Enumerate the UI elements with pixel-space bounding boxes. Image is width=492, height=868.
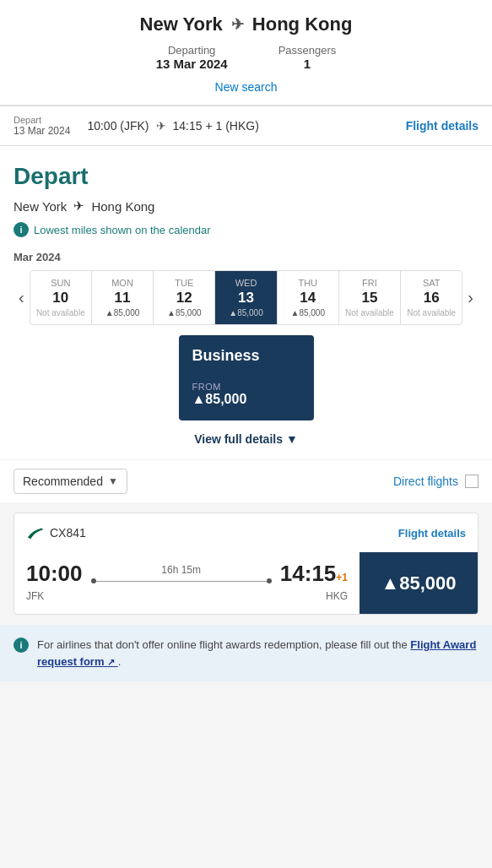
calendar-row: ‹ SUN 10 Not available MON 11 ▲85,000 TU…: [14, 270, 478, 325]
day-num-sat: 16: [404, 290, 458, 307]
calendar-day-sun[interactable]: SUN 10 Not available: [30, 271, 92, 324]
origin-label: New York: [140, 14, 223, 35]
header: New York ✈ Hong Kong Departing 13 Mar 20…: [0, 0, 492, 106]
day-num-sun: 10: [34, 290, 88, 307]
calendar-next-button[interactable]: ›: [462, 288, 478, 307]
calendar-prev-button[interactable]: ‹: [14, 288, 30, 307]
day-status-sat: Not available: [404, 308, 458, 317]
flight-duration: 16h 15m: [161, 564, 201, 576]
business-card-price: ▲85,000: [192, 392, 300, 407]
day-name-mon: MON: [95, 278, 149, 288]
calendar-day-thu[interactable]: THU 14 ▲85,000: [278, 271, 339, 324]
depart-plane-icon: ✈: [73, 198, 84, 214]
flight-times-row: 10:00 16h 15m 14:15+1: [26, 561, 348, 587]
day-num-fri: 15: [343, 290, 397, 307]
calendar-day-wed[interactable]: WED 13 ▲85,000: [215, 271, 277, 324]
info-footer: i For airlines that don't offer online f…: [0, 625, 492, 681]
flight-bar-details-link[interactable]: Flight details: [406, 119, 478, 133]
day-price-tue: ▲85,000: [157, 308, 211, 317]
flight-card-main: 10:00 16h 15m 14:15+1 JFK HKG: [14, 552, 478, 614]
flight-line-bar: [91, 578, 272, 583]
info-icon: i: [14, 222, 29, 237]
flight-price-box[interactable]: ▲85,000: [360, 552, 478, 614]
depart-airport: JFK: [26, 590, 77, 602]
day-price-thu: ▲85,000: [281, 308, 335, 317]
business-card-wrapper: Business FROM ▲85,000: [14, 325, 478, 420]
calendar-day-mon[interactable]: MON 11 ▲85,000: [92, 271, 154, 324]
sort-filter-bar: Recommended ▼ Direct flights: [0, 459, 492, 502]
arrive-airport: HKG: [221, 590, 349, 602]
passengers-count: 1: [278, 57, 337, 71]
header-meta: Departing 13 Mar 2024 Passengers 1: [17, 44, 475, 71]
day-num-thu: 14: [281, 290, 335, 307]
flight-bar-arrow-icon: ✈: [156, 119, 166, 133]
calendar-days: SUN 10 Not available MON 11 ▲85,000 TUE …: [30, 270, 463, 325]
departing-label: Departing: [156, 44, 228, 57]
sort-chevron-icon: ▼: [108, 475, 118, 487]
plane-icon: ✈: [231, 15, 244, 34]
departing-meta: Departing 13 Mar 2024: [156, 44, 228, 71]
info-footer-message: For airlines that don't offer online fli…: [37, 638, 410, 651]
calendar-day-fri[interactable]: FRI 15 Not available: [339, 271, 401, 324]
info-footer-icon: i: [14, 637, 29, 653]
calendar-month: Mar 2024: [14, 251, 478, 263]
info-banner: i Lowest miles shown on the calendar: [14, 222, 478, 237]
flight-line-hr: [96, 581, 267, 582]
flight-arrive-time: 14:15+1: [280, 561, 348, 587]
day-price-wed: ▲85,000: [219, 308, 273, 317]
departing-date: 13 Mar 2024: [156, 57, 228, 71]
flight-bar-times: 10:00 (JFK) ✈ 14:15 + 1 (HKG): [87, 119, 388, 133]
new-search-link[interactable]: New search: [215, 80, 278, 94]
destination-label: Hong Kong: [252, 14, 353, 35]
calendar-day-tue[interactable]: TUE 12 ▲85,000: [154, 271, 215, 324]
calendar-day-sat[interactable]: SAT 16 Not available: [401, 271, 462, 324]
main-content: Depart New York ✈ Hong Kong i Lowest mil…: [0, 146, 492, 459]
chevron-down-icon: ▼: [286, 432, 298, 446]
flight-bar-depart-time: 10:00 (JFK): [87, 119, 149, 133]
view-full-details-link[interactable]: View full details ▼: [14, 420, 478, 459]
passengers-label: Passengers: [278, 44, 337, 57]
cathay-pacific-logo: [26, 524, 45, 542]
day-status-fri: Not available: [343, 308, 397, 317]
day-num-mon: 11: [95, 290, 149, 307]
sort-label: Recommended: [23, 475, 103, 488]
arrive-time-value: 14:15: [280, 561, 337, 586]
flight-airline: CX841: [26, 524, 86, 542]
direct-flights-checkbox[interactable]: [465, 475, 478, 488]
flight-card-details-button[interactable]: Flight details: [398, 527, 466, 540]
day-name-wed: WED: [219, 278, 273, 288]
flight-bar-depart-label: Depart: [14, 115, 70, 125]
view-details-text: View full details: [194, 432, 283, 446]
day-name-fri: FRI: [343, 278, 397, 288]
day-name-sat: SAT: [404, 278, 458, 288]
day-name-thu: THU: [281, 278, 335, 288]
info-footer-text: For airlines that don't offer online fli…: [37, 637, 478, 670]
info-footer-suffix: .: [118, 655, 122, 668]
day-num-tue: 12: [157, 290, 211, 307]
line-dot-right: [267, 578, 272, 583]
business-card-from-label: FROM: [192, 382, 300, 392]
flight-number: CX841: [50, 526, 86, 540]
flight-bar-date: Depart 13 Mar 2024: [14, 115, 70, 137]
depart-from: New York: [14, 199, 67, 214]
flight-price: ▲85,000: [381, 572, 456, 594]
business-card[interactable]: Business FROM ▲85,000: [179, 335, 314, 420]
depart-route: New York ✈ Hong Kong: [14, 198, 478, 214]
flight-bar-arrive-time: 14:15 + 1 (HKG): [173, 119, 259, 133]
selected-flight-bar: Depart 13 Mar 2024 10:00 (JFK) ✈ 14:15 +…: [0, 106, 492, 146]
depart-to: Hong Kong: [91, 199, 154, 214]
flight-card-top: CX841 Flight details: [14, 513, 478, 552]
direct-flights-filter[interactable]: Direct flights: [393, 475, 478, 488]
arrive-plus: +1: [336, 572, 348, 583]
depart-title: Depart: [14, 163, 478, 190]
day-name-tue: TUE: [157, 278, 211, 288]
airport-row: JFK HKG: [26, 590, 348, 602]
day-price-mon: ▲85,000: [95, 308, 149, 317]
day-status-sun: Not available: [34, 308, 88, 317]
external-link-icon: ↗: [107, 657, 115, 667]
day-name-sun: SUN: [34, 278, 88, 288]
flight-bar-depart-date: 13 Mar 2024: [14, 125, 70, 137]
sort-dropdown[interactable]: Recommended ▼: [14, 469, 127, 494]
direct-flights-label: Direct flights: [393, 475, 458, 488]
flight-result-card: CX841 Flight details 10:00 16h 15m 14:15…: [14, 513, 478, 615]
